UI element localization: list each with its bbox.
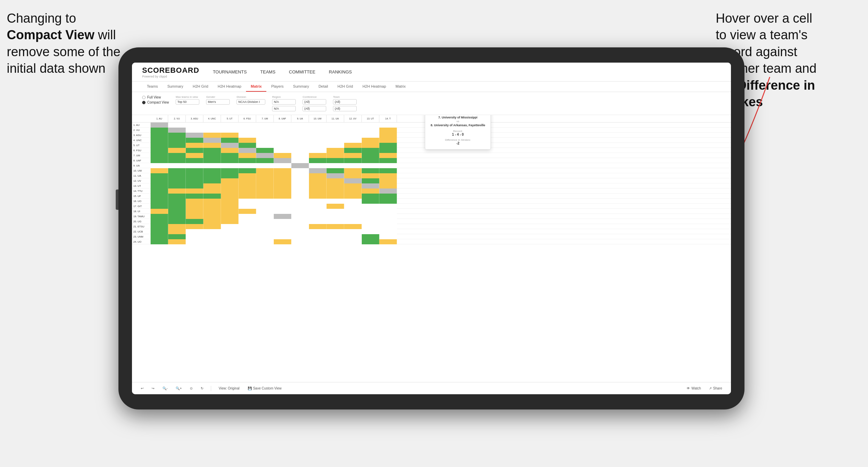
cell-12-5[interactable] bbox=[221, 178, 239, 183]
cell-4-8[interactable] bbox=[274, 138, 291, 143]
cell-11-12[interactable] bbox=[344, 173, 362, 178]
cell-22-9[interactable] bbox=[291, 229, 309, 234]
cell-18-8[interactable] bbox=[274, 209, 291, 214]
cell-7-14[interactable] bbox=[379, 153, 397, 158]
tab-summary1[interactable]: Summary bbox=[162, 82, 188, 92]
cell-16-8[interactable] bbox=[274, 199, 291, 204]
cell-23-10[interactable] bbox=[309, 234, 327, 239]
cell-3-7[interactable] bbox=[256, 133, 274, 138]
cell-21-12[interactable] bbox=[344, 224, 362, 229]
cell-14-4[interactable] bbox=[203, 188, 221, 194]
cell-10-12[interactable] bbox=[344, 168, 362, 173]
cell-11-5[interactable] bbox=[221, 173, 239, 178]
cell-8-5[interactable] bbox=[221, 158, 239, 163]
cell-16-6[interactable] bbox=[239, 199, 256, 204]
full-view-option[interactable]: Full View bbox=[142, 95, 169, 99]
cell-7-2[interactable] bbox=[168, 153, 186, 158]
cell-16-14[interactable] bbox=[379, 199, 397, 204]
cell-10-8[interactable] bbox=[274, 168, 291, 173]
full-view-radio[interactable] bbox=[142, 96, 146, 99]
cell-24-12[interactable] bbox=[344, 239, 362, 244]
cell-19-1[interactable] bbox=[151, 214, 168, 219]
cell-14-7[interactable] bbox=[256, 188, 274, 194]
cell-8-6[interactable] bbox=[239, 158, 256, 163]
cell-20-7[interactable] bbox=[256, 219, 274, 224]
cell-16-12[interactable] bbox=[344, 199, 362, 204]
cell-22-12[interactable] bbox=[344, 229, 362, 234]
cell-14-6[interactable] bbox=[239, 188, 256, 194]
cell-15-9[interactable] bbox=[291, 194, 309, 199]
cell-18-7[interactable] bbox=[256, 209, 274, 214]
cell-19-7[interactable] bbox=[256, 214, 274, 219]
cell-3-13[interactable] bbox=[362, 133, 379, 138]
cell-4-3[interactable] bbox=[186, 138, 203, 143]
cell-5-8[interactable] bbox=[274, 143, 291, 148]
cell-1-10[interactable] bbox=[309, 123, 327, 128]
cell-17-8[interactable] bbox=[274, 204, 291, 209]
cell-16-11[interactable] bbox=[327, 199, 344, 204]
cell-14-3[interactable] bbox=[186, 188, 203, 194]
cell-7-10[interactable] bbox=[309, 153, 327, 158]
cell-17-3[interactable] bbox=[186, 204, 203, 209]
cell-3-11[interactable] bbox=[327, 133, 344, 138]
cell-17-13[interactable] bbox=[362, 204, 379, 209]
cell-12-13[interactable] bbox=[362, 178, 379, 183]
cell-3-8[interactable] bbox=[274, 133, 291, 138]
cell-9-10[interactable] bbox=[309, 163, 327, 168]
cell-3-14[interactable] bbox=[379, 133, 397, 138]
cell-10-3[interactable] bbox=[186, 168, 203, 173]
cell-6-6[interactable] bbox=[239, 148, 256, 153]
tab-teams[interactable]: Teams bbox=[142, 82, 162, 92]
cell-6-3[interactable] bbox=[186, 148, 203, 153]
cell-15-6[interactable] bbox=[239, 194, 256, 199]
cell-9-11[interactable] bbox=[327, 163, 344, 168]
cell-2-8[interactable] bbox=[274, 128, 291, 133]
cell-22-4[interactable] bbox=[203, 229, 221, 234]
cell-20-5[interactable] bbox=[221, 219, 239, 224]
cell-16-2[interactable] bbox=[168, 199, 186, 204]
cell-4-7[interactable] bbox=[256, 138, 274, 143]
cell-8-4[interactable] bbox=[203, 158, 221, 163]
cell-5-12[interactable] bbox=[344, 143, 362, 148]
cell-10-6[interactable] bbox=[239, 168, 256, 173]
cell-4-5[interactable] bbox=[221, 138, 239, 143]
cell-12-9[interactable] bbox=[291, 178, 309, 183]
cell-4-11[interactable] bbox=[327, 138, 344, 143]
cell-11-7[interactable] bbox=[256, 173, 274, 178]
cell-1-1[interactable] bbox=[151, 123, 168, 128]
cell-20-13[interactable] bbox=[362, 219, 379, 224]
cell-12-4[interactable] bbox=[203, 178, 221, 183]
cell-21-14[interactable] bbox=[379, 224, 397, 229]
cell-10-4[interactable] bbox=[203, 168, 221, 173]
cell-20-9[interactable] bbox=[291, 219, 309, 224]
toolbar-undo[interactable]: ↩ bbox=[139, 386, 146, 391]
tab-detail[interactable]: Detail bbox=[314, 82, 333, 92]
cell-14-14[interactable] bbox=[379, 188, 397, 194]
cell-16-3[interactable] bbox=[186, 199, 203, 204]
cell-21-4[interactable] bbox=[203, 224, 221, 229]
cell-23-14[interactable] bbox=[379, 234, 397, 239]
cell-2-9[interactable] bbox=[291, 128, 309, 133]
cell-21-5[interactable] bbox=[221, 224, 239, 229]
cell-20-12[interactable] bbox=[344, 219, 362, 224]
cell-12-12[interactable] bbox=[344, 178, 362, 183]
cell-11-6[interactable] bbox=[239, 173, 256, 178]
cell-6-12[interactable] bbox=[344, 148, 362, 153]
cell-6-1[interactable] bbox=[151, 148, 168, 153]
cell-24-6[interactable] bbox=[239, 239, 256, 244]
cell-23-2[interactable] bbox=[168, 234, 186, 239]
cell-5-13[interactable] bbox=[362, 143, 379, 148]
cell-16-5[interactable] bbox=[221, 199, 239, 204]
cell-20-6[interactable] bbox=[239, 219, 256, 224]
cell-7-13[interactable] bbox=[362, 153, 379, 158]
cell-9-5[interactable] bbox=[221, 163, 239, 168]
filter-team-select2[interactable]: (All) bbox=[333, 106, 357, 111]
cell-14-11[interactable] bbox=[327, 188, 344, 194]
cell-19-14[interactable] bbox=[379, 214, 397, 219]
toolbar-redo[interactable]: ↪ bbox=[150, 386, 156, 391]
cell-4-1[interactable] bbox=[151, 138, 168, 143]
cell-4-9[interactable] bbox=[291, 138, 309, 143]
toolbar-watch[interactable]: 👁 Watch bbox=[685, 386, 703, 391]
filter-conference-select[interactable]: (All) bbox=[303, 99, 326, 105]
cell-17-1[interactable] bbox=[151, 204, 168, 209]
